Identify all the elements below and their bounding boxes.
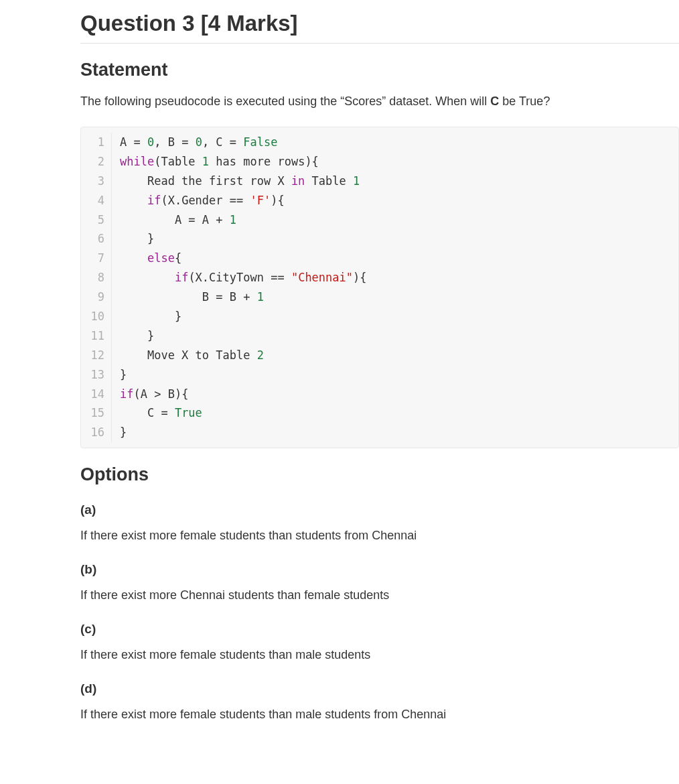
code-content: } [120, 423, 127, 442]
option-text: If there exist more female students than… [80, 706, 679, 724]
line-number: 11 [81, 326, 112, 346]
code-line: 8 if(X.CityTown == "Chennai"){ [81, 268, 678, 287]
code-line: 13} [81, 365, 678, 385]
line-number: 15 [81, 403, 112, 423]
code-content: } [120, 365, 127, 385]
line-number: 14 [81, 385, 112, 404]
option-text: If there exist more Chennai students tha… [80, 586, 679, 604]
option-label: (b) [80, 562, 679, 577]
code-content: } [120, 229, 154, 249]
code-content: B = B + 1 [120, 287, 264, 307]
code-line: 14if(A > B){ [81, 385, 678, 404]
statement-text-post: be True? [499, 94, 550, 108]
code-line: 11 } [81, 326, 678, 346]
code-content: A = A + 1 [120, 210, 236, 230]
line-number: 12 [81, 346, 112, 365]
code-line: 3 Read the first row X in Table 1 [81, 172, 678, 191]
line-number: 7 [81, 249, 112, 268]
statement-heading: Statement [80, 60, 679, 80]
code-content: Move X to Table 2 [120, 346, 264, 365]
code-line: 6 } [81, 229, 678, 249]
line-number: 6 [81, 229, 112, 249]
statement-text-bold: C [490, 94, 499, 108]
option-label: (c) [80, 622, 679, 637]
line-number: 8 [81, 268, 112, 287]
code-content: } [120, 326, 154, 346]
options-heading: Options [80, 464, 679, 485]
option-label: (a) [80, 503, 679, 517]
code-content: if(X.Gender == 'F'){ [120, 191, 285, 210]
code-content: else{ [120, 249, 181, 268]
document-container: Question 3 [4 Marks] Statement The follo… [0, 11, 679, 724]
line-number: 16 [81, 423, 112, 442]
code-line: 7 else{ [81, 249, 678, 268]
line-number: 1 [81, 133, 112, 152]
line-number: 5 [81, 210, 112, 230]
option-label: (d) [80, 681, 679, 696]
code-content: while(Table 1 has more rows){ [120, 152, 319, 172]
statement-text-pre: The following pseudocode is executed usi… [80, 94, 490, 108]
code-content: C = True [120, 403, 202, 423]
code-line: 15 C = True [81, 403, 678, 423]
code-line: 2while(Table 1 has more rows){ [81, 152, 678, 172]
options-container: (a)If there exist more female students t… [80, 503, 679, 724]
line-number: 3 [81, 172, 112, 191]
code-content: if(A > B){ [120, 385, 188, 404]
code-content: Read the first row X in Table 1 [120, 172, 360, 191]
code-line: 9 B = B + 1 [81, 287, 678, 307]
line-number: 9 [81, 287, 112, 307]
code-line: 12 Move X to Table 2 [81, 346, 678, 365]
option-text: If there exist more female students than… [80, 646, 679, 664]
line-number: 10 [81, 307, 112, 326]
code-line: 4 if(X.Gender == 'F'){ [81, 191, 678, 210]
statement-text: The following pseudocode is executed usi… [80, 92, 679, 111]
line-number: 2 [81, 152, 112, 172]
code-line: 5 A = A + 1 [81, 210, 678, 230]
code-content: } [120, 307, 181, 326]
code-content: A = 0, B = 0, C = False [120, 133, 277, 152]
option-text: If there exist more female students than… [80, 527, 679, 545]
code-line: 16} [81, 423, 678, 442]
code-block: 1A = 0, B = 0, C = False2while(Table 1 h… [80, 127, 679, 448]
line-number: 13 [81, 365, 112, 385]
code-line: 10 } [81, 307, 678, 326]
question-title: Question 3 [4 Marks] [80, 11, 679, 44]
code-line: 1A = 0, B = 0, C = False [81, 133, 678, 152]
line-number: 4 [81, 191, 112, 210]
code-content: if(X.CityTown == "Chennai"){ [120, 268, 367, 287]
